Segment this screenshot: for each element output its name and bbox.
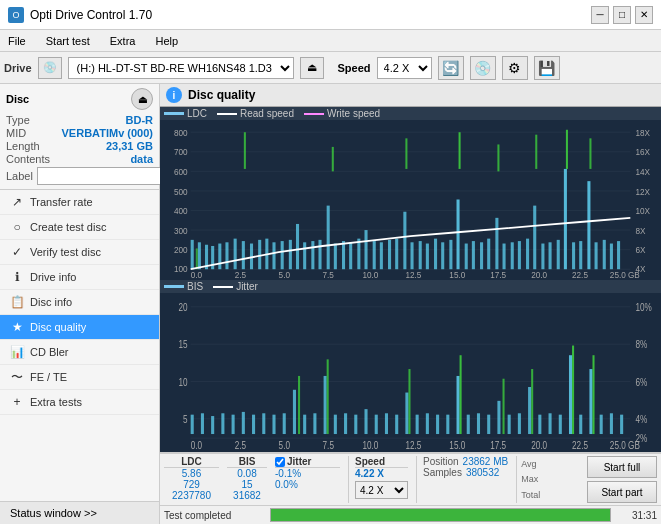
drive-select[interactable]: (H:) HL-DT-ST BD-RE WH16NS48 1.D3 [68, 57, 294, 79]
menu-extra[interactable]: Extra [106, 33, 140, 49]
avg-label: Avg [521, 459, 540, 469]
svg-text:8%: 8% [635, 338, 647, 351]
svg-rect-76 [495, 218, 498, 269]
sidebar-item-create-test-disc[interactable]: ○ Create test disc [0, 215, 159, 240]
settings-button[interactable]: ⚙ [502, 56, 528, 80]
svg-rect-94 [244, 132, 246, 169]
maximize-button[interactable]: □ [613, 6, 631, 24]
start-full-button[interactable]: Start full [587, 456, 657, 478]
menu-file[interactable]: File [4, 33, 30, 49]
drive-icon-btn[interactable]: 💿 [38, 57, 62, 79]
disc-eject-icon[interactable]: ⏏ [131, 88, 153, 110]
svg-rect-57 [349, 242, 352, 269]
svg-text:2.5: 2.5 [235, 269, 246, 279]
sidebar-item-label: Verify test disc [30, 246, 101, 258]
svg-text:200: 200 [174, 245, 188, 256]
svg-text:22.5: 22.5 [572, 439, 588, 452]
svg-rect-167 [589, 369, 592, 434]
svg-rect-87 [579, 241, 582, 269]
svg-rect-128 [191, 415, 194, 434]
svg-rect-175 [503, 379, 505, 434]
save-button[interactable]: 💾 [534, 56, 560, 80]
position-label: Position [423, 456, 459, 467]
sidebar-item-cd-bler[interactable]: 📊 CD Bler [0, 340, 159, 365]
svg-rect-163 [549, 413, 552, 434]
svg-rect-100 [566, 130, 568, 169]
sidebar-item-label: Transfer rate [30, 196, 93, 208]
sidebar-item-label: CD Bler [30, 346, 69, 358]
svg-rect-140 [313, 413, 316, 434]
menu-start-test[interactable]: Start test [42, 33, 94, 49]
svg-rect-74 [480, 242, 483, 269]
progress-bar-container [270, 508, 611, 522]
start-part-button[interactable]: Start part [587, 481, 657, 503]
speed-select-stat[interactable]: 4.2 X [355, 481, 408, 499]
svg-rect-72 [465, 244, 468, 270]
sidebar-item-label: FE / TE [30, 371, 67, 383]
bis-chart: 20 15 10 5 10% 8% 6% 4% 2% 0.0 2.5 5.0 [160, 293, 661, 452]
sidebar-item-fe-te[interactable]: 〜 FE / TE [0, 365, 159, 390]
svg-rect-84 [557, 240, 560, 269]
status-window-button[interactable]: Status window >> [0, 501, 159, 524]
main-area: Disc ⏏ Type BD-R MID VERBATIMv (000) Len… [0, 84, 661, 524]
sidebar-item-disc-info[interactable]: 📋 Disc info [0, 290, 159, 315]
svg-rect-78 [511, 242, 514, 269]
speed-select[interactable]: 4.2 X [377, 57, 432, 79]
eject-button[interactable]: ⏏ [300, 57, 324, 79]
disc-header-label: Disc [6, 93, 29, 105]
svg-text:600: 600 [174, 166, 188, 177]
svg-rect-95 [332, 147, 334, 171]
svg-rect-169 [610, 413, 613, 434]
svg-rect-131 [221, 413, 224, 434]
jitter-checkbox[interactable] [275, 457, 285, 467]
svg-text:17.5: 17.5 [490, 269, 506, 279]
svg-rect-77 [503, 244, 506, 270]
fe-te-icon: 〜 [10, 370, 24, 384]
samples-label: Samples [423, 467, 462, 478]
menu-help[interactable]: Help [151, 33, 182, 49]
svg-rect-70 [449, 240, 452, 269]
minimize-button[interactable]: ─ [591, 6, 609, 24]
svg-text:10: 10 [179, 375, 189, 388]
disc-quality-title: Disc quality [188, 88, 255, 102]
speed-label: Speed [338, 62, 371, 74]
ldc-total: 2237780 [172, 490, 211, 501]
svg-rect-47 [272, 242, 275, 269]
svg-text:22.5: 22.5 [572, 269, 588, 279]
drive-label: Drive [4, 62, 32, 74]
svg-rect-88 [587, 181, 590, 269]
sidebar-item-transfer-rate[interactable]: ↗ Transfer rate [0, 190, 159, 215]
sidebar-item-drive-info[interactable]: ℹ Drive info [0, 265, 159, 290]
svg-rect-135 [262, 413, 265, 434]
close-button[interactable]: ✕ [635, 6, 653, 24]
app-icon: O [8, 7, 24, 23]
svg-rect-54 [327, 206, 330, 270]
svg-rect-159 [508, 415, 511, 434]
sidebar-item-disc-quality[interactable]: ★ Disc quality [0, 315, 159, 340]
drive-info-icon: ℹ [10, 270, 24, 284]
disc-mid-key: MID [6, 127, 26, 139]
svg-rect-80 [526, 239, 529, 270]
disc-label-input[interactable] [37, 167, 170, 185]
svg-text:300: 300 [174, 225, 188, 236]
svg-rect-170 [620, 415, 623, 434]
disc-contents-key: Contents [6, 153, 50, 165]
svg-rect-129 [201, 413, 204, 434]
svg-rect-48 [281, 241, 284, 269]
disc-button[interactable]: 💿 [470, 56, 496, 80]
svg-text:10.0: 10.0 [362, 439, 378, 452]
sidebar-item-label: Extra tests [30, 396, 82, 408]
svg-text:6X: 6X [635, 245, 645, 256]
refresh-button[interactable]: 🔄 [438, 56, 464, 80]
svg-rect-154 [457, 376, 460, 434]
svg-text:7.5: 7.5 [323, 269, 334, 279]
sidebar-item-extra-tests[interactable]: + Extra tests [0, 390, 159, 415]
disc-length-val: 23,31 GB [106, 140, 153, 152]
disc-mid-val: VERBATIMv (000) [62, 127, 153, 139]
progress-area: Test completed 31:31 [160, 505, 661, 524]
svg-rect-151 [426, 413, 429, 434]
svg-rect-165 [569, 355, 572, 434]
svg-text:800: 800 [174, 127, 188, 138]
svg-rect-130 [211, 416, 214, 434]
sidebar-item-verify-test-disc[interactable]: ✓ Verify test disc [0, 240, 159, 265]
